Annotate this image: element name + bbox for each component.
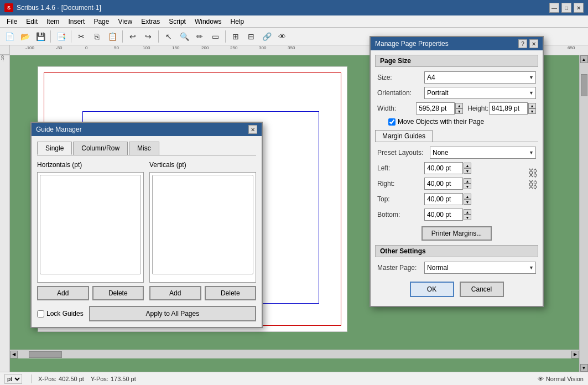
verticals-add-btn[interactable]: Add [149, 286, 201, 300]
width-up-arrow[interactable]: ▲ [455, 103, 463, 108]
bottom-up-arrow[interactable]: ▲ [464, 209, 471, 215]
menu-script[interactable]: Script [164, 17, 190, 27]
link-btn[interactable]: 🔗 [259, 29, 274, 44]
right-up-arrow[interactable]: ▲ [464, 178, 471, 184]
ruler-v-mark: -10 [0, 55, 5, 62]
bottom-down-arrow[interactable]: ▼ [464, 215, 471, 220]
save-btn[interactable]: 💾 [33, 29, 48, 44]
tab-column-row[interactable]: Column/Row [73, 142, 128, 155]
zoom-select[interactable]: pt [4, 374, 22, 384]
verticals-delete-btn[interactable]: Delete [205, 286, 257, 300]
left-up-arrow[interactable]: ▲ [464, 163, 471, 168]
move-objects-label[interactable]: Move Objects with their Page [388, 118, 484, 126]
left-down-arrow[interactable]: ▼ [464, 168, 471, 174]
horizontals-delete-btn[interactable]: Delete [92, 286, 144, 300]
size-select[interactable]: A4 A3 A5 Letter [424, 71, 536, 84]
ruler-vertical: -10 0 10 20 30 40 50 [0, 55, 10, 372]
height-spin-arrows[interactable]: ▲ ▼ [528, 103, 536, 114]
top-spin-arrows[interactable]: ▲ ▼ [464, 194, 471, 205]
menu-windows[interactable]: Windows [190, 17, 226, 27]
printer-margins-btn[interactable]: Printer Margins... [422, 226, 492, 241]
scroll-right-btn[interactable]: ▶ [571, 351, 579, 358]
lock-icons: ⛓ ⛓ [528, 168, 538, 191]
shape-btn[interactable]: ▭ [208, 29, 222, 44]
manage-page-close-btn[interactable]: ✕ [529, 39, 538, 48]
scroll-up-btn[interactable]: ▲ [580, 55, 588, 63]
scrollbar-vertical[interactable]: ▲ ▼ [579, 55, 588, 372]
margins-container: Left: ▲ ▼ Right: ▲ [375, 162, 538, 224]
bottom-spinbox-wrapper: ▲ ▼ [424, 209, 471, 221]
ruler-mark: 150 [172, 45, 179, 50]
top-input[interactable] [424, 193, 463, 205]
undo-btn[interactable]: ↩ [126, 29, 140, 44]
redo-btn[interactable]: ↪ [141, 29, 155, 44]
tab-misc[interactable]: Misc [129, 142, 159, 155]
menu-item[interactable]: Item [42, 17, 64, 27]
scrollbar-thumb-v[interactable] [581, 74, 587, 96]
minimize-btn[interactable]: — [549, 3, 559, 13]
left-spin-arrows[interactable]: ▲ ▼ [464, 163, 471, 174]
right-down-arrow[interactable]: ▼ [464, 184, 471, 189]
top-up-arrow[interactable]: ▲ [464, 194, 471, 199]
lock-guides-row: Lock Guides [37, 310, 84, 318]
lock-guides-checkbox[interactable] [37, 310, 44, 318]
width-input[interactable] [416, 102, 455, 115]
close-btn[interactable]: ✕ [574, 3, 584, 13]
pdf-btn[interactable]: 📑 [54, 29, 68, 44]
ruler-mark: 100 [143, 45, 150, 50]
zoom-btn[interactable]: 🔍 [177, 29, 191, 44]
new-btn[interactable]: 📄 [2, 29, 17, 44]
menu-help[interactable]: Help [226, 17, 249, 27]
height-down-arrow[interactable]: ▼ [528, 108, 536, 114]
margin-guides-tab[interactable]: Margin Guides [375, 130, 433, 142]
cancel-btn[interactable]: Cancel [460, 282, 504, 297]
orientation-select[interactable]: Portrait Landscape [424, 87, 536, 99]
snap-btn[interactable]: ⊞ [228, 29, 243, 44]
scrollbar-thumb-h[interactable] [29, 351, 62, 358]
ok-btn[interactable]: OK [410, 282, 454, 297]
copy-btn[interactable]: ⎘ [90, 29, 104, 44]
width-spin-arrows[interactable]: ▲ ▼ [455, 103, 463, 114]
height-up-arrow[interactable]: ▲ [528, 103, 536, 108]
scroll-down-btn[interactable]: ▼ [580, 364, 588, 372]
bottom-spin-arrows[interactable]: ▲ ▼ [464, 209, 471, 220]
move-objects-checkbox[interactable] [388, 118, 396, 126]
bottom-input[interactable] [424, 209, 463, 221]
verticals-select[interactable] [152, 175, 253, 274]
horizontals-listbox[interactable] [37, 172, 144, 283]
scrollbar-horizontal[interactable]: ◀ ▶ [10, 350, 579, 358]
manage-page-help-btn[interactable]: ? [518, 39, 527, 48]
right-spin-arrows[interactable]: ▲ ▼ [464, 178, 471, 189]
menu-insert[interactable]: Insert [64, 17, 89, 27]
left-label: Left: [377, 164, 424, 172]
xpos-section: X-Pos: 402.50 pt [38, 376, 84, 382]
eye-btn[interactable]: 👁 [275, 29, 289, 44]
right-input[interactable] [424, 178, 463, 190]
left-input[interactable] [424, 162, 463, 174]
menu-page[interactable]: Page [89, 17, 113, 27]
menu-edit[interactable]: Edit [22, 17, 42, 27]
cut-btn[interactable]: ✂ [74, 29, 89, 44]
verticals-listbox[interactable] [149, 172, 256, 283]
select-btn[interactable]: ↖ [162, 29, 176, 44]
scroll-left-btn[interactable]: ◀ [10, 351, 18, 358]
master-page-select[interactable]: Normal Blank [424, 262, 536, 274]
preset-select[interactable]: None 1 Column 2 Columns [430, 147, 536, 159]
guide-manager-close[interactable]: ✕ [248, 125, 257, 134]
width-down-arrow[interactable]: ▼ [455, 108, 463, 114]
guide-btn[interactable]: ⊟ [244, 29, 258, 44]
horizontals-select[interactable] [40, 175, 141, 274]
tab-single[interactable]: Single [37, 142, 72, 155]
pencil-btn[interactable]: ✏ [192, 29, 207, 44]
maximize-btn[interactable]: □ [561, 3, 571, 13]
height-input[interactable] [489, 102, 528, 115]
paste-btn[interactable]: 📋 [105, 29, 119, 44]
open-btn[interactable]: 📂 [18, 29, 32, 44]
horizontals-add-btn[interactable]: Add [37, 286, 89, 300]
apply-all-pages-btn[interactable]: Apply to All Pages [89, 306, 256, 321]
top-down-arrow[interactable]: ▼ [464, 199, 471, 205]
menu-view[interactable]: View [113, 17, 137, 27]
menu-extras[interactable]: Extras [137, 17, 164, 27]
title-bar-controls[interactable]: — □ ✕ [549, 3, 584, 13]
menu-file[interactable]: File [2, 17, 22, 27]
